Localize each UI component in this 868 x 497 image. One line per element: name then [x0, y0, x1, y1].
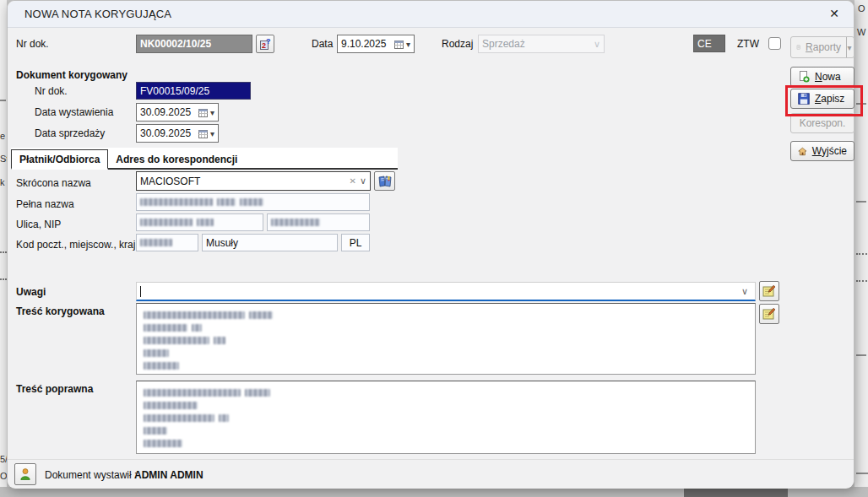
- issued-by-label: Dokument wystawił :: [45, 467, 137, 483]
- redacted-text-line: [144, 424, 748, 437]
- close-icon[interactable]: ✕: [825, 4, 844, 23]
- chevron-down-icon: ∨: [594, 39, 600, 50]
- uwagi-input[interactable]: ∨: [136, 282, 756, 301]
- kraj-value: PL: [350, 237, 362, 249]
- home-icon: [798, 146, 807, 157]
- chevron-down-icon[interactable]: ▾: [210, 108, 214, 117]
- tresc-korygowana-label: Treść korygowana: [16, 303, 105, 320]
- nota-korygujaca-dialog: NOWA NOTA KORYGUJĄCA ✕ Nr dok. NK00002/1…: [7, 0, 854, 488]
- ulica-nip-label: Ulica, NIP: [16, 216, 61, 233]
- new-document-icon: [798, 71, 810, 83]
- address-book-icon: [378, 176, 392, 187]
- renumber-button[interactable]: 2 ?: [256, 35, 274, 53]
- data-wystawienia-label: Data wystawienia: [35, 104, 113, 121]
- kod-miejscowosc-kraj-label: Kod poczt., miejscow., kraj: [16, 236, 135, 253]
- data-date-field[interactable]: 9.10.2025 ▾: [337, 35, 415, 53]
- uwagi-edit-button[interactable]: [759, 281, 779, 301]
- background-line: [856, 473, 868, 474]
- skrocona-nazwa-value: MACIOSOFT: [140, 176, 346, 187]
- renumber-icon: 2 ?: [258, 37, 272, 51]
- tresc-korygowana-textarea[interactable]: [136, 303, 756, 375]
- ztw-label: ZTW: [737, 35, 759, 52]
- text-caret: [140, 286, 141, 297]
- dialog-titlebar: NOWA NOTA KORYGUJĄCA ✕: [8, 1, 854, 28]
- raporty-label: Raporty: [806, 41, 841, 53]
- redacted-text-line: [144, 334, 748, 347]
- background-line: [856, 253, 867, 255]
- korespon-label: Korespon.: [800, 117, 846, 129]
- chevron-down-icon[interactable]: ∨: [741, 286, 748, 297]
- person-icon: [19, 467, 32, 481]
- calendar-icon: [394, 40, 404, 49]
- rodzaj-value: Sprzedaż: [482, 38, 590, 50]
- nowa-label: Nowa: [815, 71, 841, 83]
- background-line: [0, 278, 7, 280]
- nr-dok-value: NK00002/10/25: [140, 38, 211, 50]
- ztw-checkbox[interactable]: [768, 37, 781, 50]
- redacted-text-line: [271, 216, 320, 229]
- miejscowosc-value: Musuły: [206, 237, 238, 249]
- nowa-button[interactable]: Nowa: [790, 67, 854, 87]
- background-text-fragment: W: [857, 27, 865, 37]
- redacted-text-line: [144, 386, 748, 399]
- redacted-text-line: [144, 347, 748, 359]
- skrocona-nazwa-combo[interactable]: MACIOSOFT ✕ ∨: [136, 171, 371, 191]
- redacted-text-line: [144, 359, 748, 372]
- tresc-poprawna-textarea[interactable]: [136, 381, 756, 454]
- report-icon: [796, 41, 800, 53]
- ce-field[interactable]: CE: [693, 35, 725, 52]
- zapisz-button[interactable]: Zapisz: [790, 89, 854, 109]
- clear-icon[interactable]: ✕: [350, 176, 356, 186]
- calendar-icon: [198, 108, 208, 117]
- user-avatar[interactable]: [14, 463, 36, 485]
- background-text-fragment: e: [0, 131, 5, 141]
- background-text-fragment: O: [0, 471, 7, 481]
- data-sprzedazy-label: Data sprzedaży: [35, 125, 105, 142]
- redacted-text-line: [144, 309, 748, 321]
- nr-dok-field[interactable]: NK00002/10/25: [136, 35, 252, 53]
- background-line: [0, 251, 7, 253]
- tresc-korygowana-edit-button[interactable]: [759, 304, 779, 324]
- edit-note-icon: [762, 284, 776, 298]
- save-floppy-icon: [798, 93, 810, 105]
- pelna-nazwa-field[interactable]: [136, 193, 370, 211]
- data-label: Data: [312, 35, 333, 52]
- korygowany-nr-dok-label: Nr dok.: [35, 83, 68, 100]
- data-sprzedazy-field[interactable]: 30.09.2025 ▾: [136, 124, 219, 143]
- ce-value: CE: [697, 38, 712, 50]
- kod-pocztowy-field[interactable]: [136, 234, 198, 251]
- chevron-down-icon[interactable]: ∨: [360, 176, 366, 186]
- chevron-down-icon[interactable]: ▾: [406, 40, 410, 49]
- background-text-fragment: O: [858, 3, 865, 14]
- contractor-tabstrip: Płatnik/Odbiorca Adres do korespondencji: [11, 148, 398, 170]
- nr-dok-label: Nr dok.: [16, 35, 49, 52]
- redacted-text-line: [144, 321, 748, 334]
- skrocona-nazwa-label: Skrócona nazwa: [16, 175, 91, 192]
- korygowany-nr-dok-field[interactable]: FV00015/09/25: [136, 82, 251, 100]
- issued-by-value: ADMIN ADMIN: [134, 467, 203, 483]
- section-dokument-korygowany: Dokument korygowany: [16, 67, 127, 84]
- pelna-nazwa-label: Pełna nazwa: [16, 196, 74, 213]
- redacted-text-line: [140, 216, 214, 229]
- contractor-lookup-button[interactable]: [374, 171, 395, 191]
- background-text-fragment: k: [0, 177, 5, 187]
- wyjscie-label: Wyjście: [812, 145, 847, 157]
- tab-adres-korespondencji[interactable]: Adres do korespondencji: [108, 150, 245, 168]
- data-wystawienia-field[interactable]: 30.09.2025 ▾: [136, 103, 219, 122]
- kraj-field[interactable]: PL: [341, 234, 370, 251]
- uwagi-label: Uwagi: [16, 284, 46, 300]
- background-line: [856, 354, 866, 356]
- chevron-down-icon[interactable]: ▾: [210, 129, 214, 138]
- data-date-value: 9.10.2025: [341, 38, 394, 50]
- redacted-text-line: [140, 236, 172, 249]
- background-line: [856, 103, 866, 105]
- miejscowosc-field[interactable]: Musuły: [202, 234, 338, 251]
- background-line: [856, 201, 866, 203]
- rodzaj-select: Sprzedaż ∨: [478, 35, 605, 53]
- ulica-field[interactable]: [136, 213, 263, 231]
- wyjscie-button[interactable]: Wyjście: [790, 141, 854, 161]
- data-sprzedazy-value: 30.09.2025: [140, 127, 198, 139]
- background-line: [856, 280, 867, 282]
- tab-platnik-odbiorca[interactable]: Płatnik/Odbiorca: [11, 149, 108, 170]
- nip-field[interactable]: [267, 213, 370, 231]
